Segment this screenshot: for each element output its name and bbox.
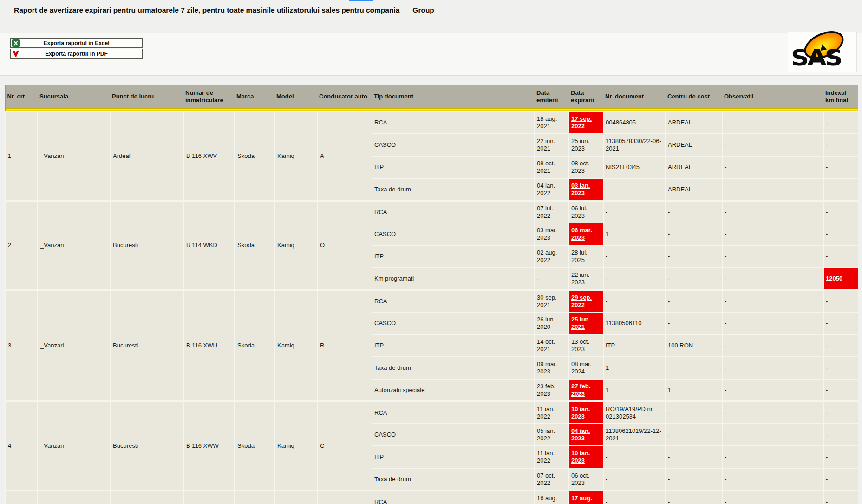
page-title: Raport de avertizare expirari pentru urm… xyxy=(14,6,434,14)
cell-nr_document: - xyxy=(603,178,666,201)
cell-nr_document: NIS21F0345 xyxy=(603,156,666,178)
cell-centru_cost: - xyxy=(666,446,722,468)
column-header-conducator: Conducator auto xyxy=(317,85,372,108)
cell-tip: ITP xyxy=(372,446,535,468)
cell-nr xyxy=(5,491,38,504)
cell-observatii: - xyxy=(722,223,823,245)
page-title-company: Group xyxy=(412,6,434,14)
cell-centru_cost: - xyxy=(666,424,722,446)
cell-tip: RCA xyxy=(372,401,535,424)
report-table-container: Nr. crt.SucursalaPunct de lucruNumar de … xyxy=(5,85,858,504)
cell-sucursala: _Vanzari xyxy=(38,290,110,401)
cell-emitere: 26 iun. 2020 xyxy=(535,312,569,334)
cell-nr_document: RO/19/A19/PD nr. 021302534 xyxy=(603,401,666,424)
cell-emitere: 22 iun. 2021 xyxy=(535,134,569,156)
cell-punct_de_lucru: Bucuresti xyxy=(110,290,183,401)
cell-centru_cost xyxy=(666,357,722,379)
page-title-text: Raport de avertizare expirari pentru urm… xyxy=(14,6,399,14)
table-row: 3_VanzariBucurestiB 116 XWUSkodaKamiqRRC… xyxy=(5,290,858,312)
cell-tip: RCA xyxy=(372,201,535,223)
cell-observatii: - xyxy=(722,334,823,357)
header-stripe xyxy=(5,108,858,111)
cell-observatii: - xyxy=(722,468,823,491)
column-header-emitere: Data emiterii xyxy=(535,85,569,108)
cell-nr_document: - xyxy=(603,468,666,491)
cell-emitere: 07 iul. 2022 xyxy=(535,201,569,223)
cell-observatii: - xyxy=(722,134,823,156)
cell-index_km: - xyxy=(823,245,858,268)
cell-centru_cost: - xyxy=(666,268,722,290)
cell-observatii: - xyxy=(722,201,823,223)
cell-nr: 4 xyxy=(5,401,38,491)
column-header-index_km: Indexul km final xyxy=(823,85,858,108)
cell-observatii: - xyxy=(722,178,823,201)
export-pdf-label: Exporta raportul in PDF xyxy=(45,51,108,57)
cell-expirare: 27 feb. 2023 xyxy=(569,379,603,401)
cell-expirare: 28 iul. 2025 xyxy=(569,245,603,268)
cell-index_km: - xyxy=(823,446,858,468)
export-pdf-button[interactable]: Exporta raportul in PDF xyxy=(10,49,143,59)
cell-tip: ITP xyxy=(372,156,535,178)
cell-tip: Taxa de drum xyxy=(372,357,535,379)
report-table-body: 1_VanzariArdealB 116 XWVSkodaKamiqARCA18… xyxy=(5,111,858,504)
cell-emitere: 11 ian. 2022 xyxy=(535,446,569,468)
cell-index_km: - xyxy=(823,223,858,245)
cell-centru_cost: 100 RON xyxy=(666,334,722,357)
cell-nr_document: - xyxy=(603,245,666,268)
cell-index_km: - xyxy=(823,468,858,491)
cell-centru_cost: ARDEAL xyxy=(666,156,722,178)
cell-nr_document: - xyxy=(603,201,666,223)
cell-nr: 2 xyxy=(5,201,38,290)
cell-expirare: 06 oct. 2023 xyxy=(569,468,603,491)
header-row: Nr. crt.SucursalaPunct de lucruNumar de … xyxy=(5,85,858,108)
cell-nr_document: 1 xyxy=(603,223,666,245)
cell-expirare: 17 aug. 2019 xyxy=(569,491,603,504)
cell-numar_inmatriculare: B 116 XWV xyxy=(183,111,235,201)
table-row: 1_VanzariArdealB 116 XWVSkodaKamiqARCA18… xyxy=(5,111,858,134)
cell-observatii: - xyxy=(722,156,823,178)
cell-marca: Skoda xyxy=(235,290,274,401)
cell-tip: Autorizatii speciale xyxy=(372,379,535,401)
cell-expirare: 03 ian. 2023 xyxy=(569,178,603,201)
cell-index_km: - xyxy=(823,134,858,156)
table-row: 2_VanzariBucurestiB 114 WKDSkodaKamiqORC… xyxy=(5,201,858,223)
cell-emitere: - xyxy=(535,268,569,290)
cell-emitere: 08 oct. 2021 xyxy=(535,156,569,178)
column-header-expirare: Data expirarii xyxy=(569,85,603,108)
cell-numar_inmatriculare: B 116 XWU xyxy=(183,290,235,401)
column-header-numar_inmatriculare: Numar de inmatriculare xyxy=(183,85,235,108)
cell-expirare: 10 ian. 2023 xyxy=(569,401,603,424)
cell-emitere: 11 ian. 2022 xyxy=(535,401,569,424)
cell-model: Kamiq xyxy=(274,111,317,201)
cell-centru_cost: - xyxy=(666,312,722,334)
cell-centru_cost: ARDEAL xyxy=(666,178,722,201)
cell-model: Kamiq xyxy=(274,201,317,290)
cell-punct_de_lucru: Ardeal xyxy=(110,111,183,201)
cell-expirare: 29 sep. 2022 xyxy=(569,290,603,312)
cell-index_km: - xyxy=(823,379,858,401)
cell-centru_cost: - xyxy=(666,401,722,424)
cell-centru_cost: - xyxy=(666,468,722,491)
cell-expirare: 25 iun. 2021 xyxy=(569,312,603,334)
cell-sucursala: _Vanzari xyxy=(38,401,110,491)
cell-tip: ITP xyxy=(372,334,535,357)
cell-tip: ITP xyxy=(372,245,535,268)
export-excel-label: Exporta raportul in Excel xyxy=(43,40,109,46)
column-header-model: Model xyxy=(274,85,317,108)
cell-expirare: 08 oct. 2023 xyxy=(569,156,603,178)
gold-stripe xyxy=(5,108,858,111)
cell-nr_document: 11380621019/22-12-2021 xyxy=(603,424,666,446)
column-header-tip: Tip document xyxy=(372,85,535,108)
cell-emitere: 02 aug. 2022 xyxy=(535,245,569,268)
cell-observatii: - xyxy=(722,401,823,424)
cell-index_km: - xyxy=(823,178,858,201)
cell-observatii: - xyxy=(722,268,823,290)
cell-emitere: 05 ian. 2022 xyxy=(535,424,569,446)
cell-emitere: 30 sep. 2021 xyxy=(535,290,569,312)
export-excel-button[interactable]: Exporta raportul in Excel xyxy=(10,38,143,48)
column-header-centru_cost: Centru de cost xyxy=(666,85,722,108)
cell-observatii: - xyxy=(722,290,823,312)
cell-numar_inmatriculare: B 114 WKD xyxy=(183,201,235,290)
cell-index_km: - xyxy=(823,357,858,379)
cell-nr_document: 004864805 xyxy=(603,111,666,134)
